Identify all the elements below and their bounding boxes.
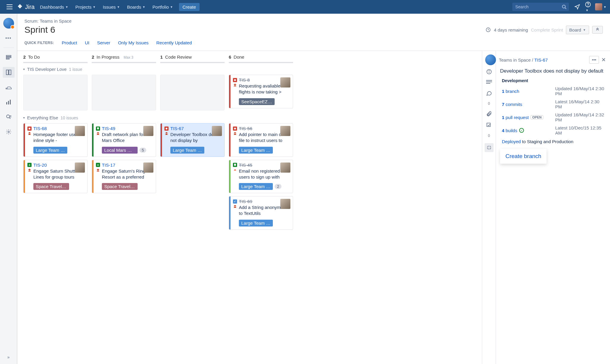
- epic-tag[interactable]: Large Team …: [239, 147, 273, 154]
- issue-key[interactable]: TIS-20: [33, 163, 47, 168]
- complete-sprint-link[interactable]: Complete Sprint: [531, 27, 563, 32]
- nav-portfolio[interactable]: Portfolio▼: [150, 3, 176, 11]
- board-switcher-button[interactable]: Board▼: [566, 26, 589, 34]
- priority-high-icon: [233, 168, 237, 172]
- swimlane-dev-love[interactable]: ▾ TIS Developer Love 1 issue: [17, 65, 482, 74]
- issue-key[interactable]: TIS-45: [239, 163, 252, 168]
- issue-key[interactable]: TIS-68: [33, 126, 47, 131]
- top-nav: Jira Dashboards▼ Projects▼ Issues▼ Board…: [0, 0, 610, 14]
- close-icon[interactable]: ✕: [601, 57, 606, 63]
- column-todo[interactable]: 2To Do: [23, 54, 88, 63]
- epic-tag[interactable]: Large Team …: [170, 147, 204, 154]
- card-tis-8[interactable]: TIS-8 Requesting avaliable flights is no…: [229, 75, 293, 108]
- svg-rect-11: [9, 70, 11, 75]
- chevron-down-icon: ▾: [23, 116, 25, 119]
- story-icon: [96, 126, 100, 131]
- chevron-down-icon: ▼: [603, 5, 606, 9]
- branch-link[interactable]: 1 branch: [502, 89, 519, 94]
- filter-ui[interactable]: UI: [85, 40, 89, 45]
- nav-projects[interactable]: Projects▼: [72, 3, 99, 11]
- assignee-avatar[interactable]: [280, 77, 290, 88]
- feedback-icon[interactable]: [572, 3, 583, 11]
- empty-drop-zone[interactable]: [23, 75, 88, 110]
- assignee-avatar[interactable]: [280, 126, 290, 136]
- card-tis-17[interactable]: TIS-17 Engage Saturn's Rings Resort as a…: [92, 160, 156, 193]
- rail-releases-icon[interactable]: [3, 82, 15, 93]
- empty-drop-zone[interactable]: [92, 75, 156, 110]
- issue-key[interactable]: TIS-8: [239, 77, 250, 82]
- create-branch-button[interactable]: Create branch: [500, 149, 547, 164]
- info-icon[interactable]: [486, 69, 492, 75]
- filter-product[interactable]: Product: [62, 40, 77, 45]
- assignee-avatar[interactable]: [280, 199, 290, 209]
- rail-reports-icon[interactable]: [3, 97, 15, 107]
- build-success-icon: ✓: [519, 128, 524, 133]
- nav-dashboards[interactable]: Dashboards▼: [37, 3, 71, 11]
- issue-key[interactable]: TIS-56: [239, 126, 252, 131]
- commits-link[interactable]: 7 commits: [502, 102, 522, 107]
- epic-tag[interactable]: Local Mars O…: [102, 147, 138, 154]
- column-codereview[interactable]: 1Code Review: [160, 54, 225, 63]
- jira-logo[interactable]: Jira: [17, 4, 35, 10]
- comments-icon[interactable]: [486, 90, 492, 96]
- description-icon[interactable]: [486, 80, 492, 85]
- column-inprogress[interactable]: 2In ProgressMax 3: [92, 54, 156, 63]
- pullrequest-link[interactable]: 1 pull request: [502, 115, 529, 120]
- assignee-avatar[interactable]: [75, 126, 85, 136]
- deployed-link[interactable]: Deployed: [502, 139, 521, 144]
- epic-tag[interactable]: Large Team …: [239, 220, 273, 226]
- quick-filters-label: QUICK FILTERS:: [24, 41, 54, 45]
- card-tis-20[interactable]: TIS-20 Engage Saturn Shuttle Lines for g…: [23, 160, 88, 193]
- rail-backlog-icon[interactable]: [3, 52, 15, 63]
- nav-issues[interactable]: Issues▼: [100, 3, 123, 11]
- epic-tag[interactable]: Large Team …: [33, 147, 67, 154]
- filter-only-my-issues[interactable]: Only My Issues: [118, 40, 149, 45]
- assignee-avatar[interactable]: [75, 163, 85, 173]
- column-done[interactable]: 6Done: [229, 54, 293, 63]
- rail-search-nav-icon[interactable]: [3, 112, 15, 122]
- epic-tag[interactable]: Space Travel …: [33, 183, 69, 190]
- issue-key[interactable]: TIS-17: [102, 163, 115, 168]
- assignee-avatar[interactable]: [143, 126, 153, 136]
- rail-more[interactable]: •••: [3, 33, 15, 43]
- user-avatar[interactable]: [595, 3, 602, 10]
- create-button[interactable]: Create: [179, 3, 200, 11]
- card-tis-45[interactable]: TIS-45 Email non registered users to sig…: [229, 160, 293, 193]
- app-switcher-icon[interactable]: [4, 3, 15, 11]
- more-actions-button[interactable]: •••: [589, 56, 599, 64]
- epic-tag[interactable]: SeeSpaceEZ …: [239, 98, 275, 105]
- attachments-icon[interactable]: [486, 111, 492, 117]
- collapse-icon[interactable]: [592, 26, 603, 34]
- issue-key[interactable]: TIS-69: [239, 199, 252, 204]
- subtask-icon[interactable]: [486, 122, 492, 128]
- issue-key-link[interactable]: TIS-67: [534, 57, 548, 63]
- issue-key[interactable]: TIS-67: [170, 126, 184, 131]
- project-icon[interactable]: [3, 18, 14, 29]
- filter-server[interactable]: Server: [97, 40, 110, 45]
- dev-icon[interactable]: [485, 143, 494, 152]
- card-tis-67[interactable]: TIS-67 Developer Toolbox does not displa…: [160, 123, 225, 157]
- rail-board-icon[interactable]: [3, 67, 15, 78]
- assignee-avatar[interactable]: [212, 126, 222, 136]
- filter-recently-updated[interactable]: Recently Updated: [156, 40, 192, 45]
- epic-tag[interactable]: Space Travel …: [102, 183, 138, 190]
- epic-tag[interactable]: Large Team …: [239, 183, 273, 190]
- swimlane-everything-else[interactable]: ▾ Everything Else 10 issues: [17, 113, 482, 122]
- card-tis-49[interactable]: TIS-49 Draft network plan for Mars Offic…: [92, 123, 156, 157]
- rail-settings-icon[interactable]: [3, 126, 15, 137]
- search-input[interactable]: [512, 3, 569, 11]
- card-tis-68[interactable]: TIS-68 Homepage footer uses an inline st…: [23, 123, 88, 157]
- assignee-avatar[interactable]: [280, 163, 290, 173]
- builds-link[interactable]: 4 builds: [502, 128, 517, 133]
- help-icon[interactable]: ▼: [583, 0, 593, 13]
- issue-key[interactable]: TIS-49: [102, 126, 115, 131]
- rail-expand-icon[interactable]: »: [3, 353, 15, 364]
- card-tis-69[interactable]: TIS-69 Add a String anonymizer to TextUt…: [229, 196, 293, 230]
- project-avatar[interactable]: [485, 54, 496, 65]
- nav-boards[interactable]: Boards▼: [124, 3, 148, 11]
- card-tis-56[interactable]: TIS-56 Add pointer to main css file to i…: [229, 123, 293, 157]
- assignee-avatar[interactable]: [143, 163, 153, 173]
- empty-drop-zone[interactable]: [160, 75, 225, 110]
- breadcrumb[interactable]: Scrum: Teams in Space: [24, 18, 603, 24]
- svg-rect-12: [6, 102, 7, 104]
